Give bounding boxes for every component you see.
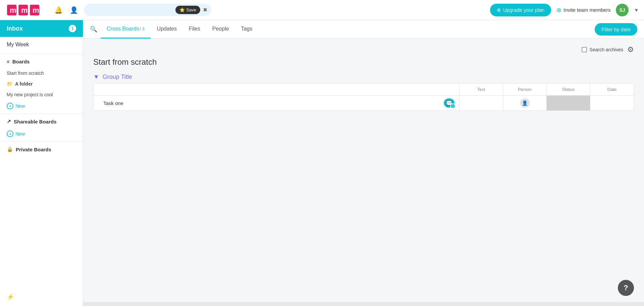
- topbar-right: ⊕ Upgrade your plan ⊕ Invite team member…: [490, 4, 639, 16]
- table-header-row: Text Person Status Date: [94, 84, 634, 96]
- topbar-icons: 🔔 👤: [52, 4, 80, 16]
- sidebar-item-my-new-project[interactable]: My new project is cool: [0, 89, 83, 100]
- cell-status[interactable]: [546, 96, 590, 110]
- col-header-status: Status: [546, 84, 590, 95]
- upgrade-icon: ⊕: [497, 7, 501, 13]
- sidebar-item-start-from-scratch[interactable]: Start from scratch: [0, 68, 83, 79]
- new-shareable-plus-icon: +: [7, 131, 13, 137]
- inbox-badge: 1: [69, 25, 76, 32]
- sidebar-section-boards[interactable]: ≡ Boards: [0, 55, 83, 68]
- tab-files[interactable]: Files: [183, 20, 206, 39]
- avatar-dropdown-button[interactable]: ▼: [634, 7, 639, 13]
- divider-3: [0, 141, 83, 142]
- tab-tags[interactable]: Tags: [235, 20, 259, 39]
- shareable-icon: ↗: [7, 118, 11, 124]
- cell-text[interactable]: [459, 96, 503, 110]
- profile-button[interactable]: 👤: [68, 4, 80, 16]
- invite-plus-icon: ⊕: [556, 6, 561, 14]
- content-area: 🔍 Cross Boards / 1 Updates Files People …: [83, 20, 644, 306]
- sidebar-inbox[interactable]: Inbox 1: [0, 20, 83, 37]
- invite-button[interactable]: ⊕ Invite team members: [556, 6, 610, 14]
- sidebar: Inbox 1 My Week ≡ Boards Start from scra…: [0, 20, 83, 306]
- chat-icon[interactable]: 💬 2: [444, 98, 454, 108]
- table-row: Task one 💬 2 👤: [94, 96, 634, 110]
- save-button[interactable]: ⭐ Save: [175, 6, 200, 14]
- close-search-button[interactable]: ✖: [203, 7, 207, 13]
- sidebar-section-private[interactable]: 🔒 Private Boards: [0, 143, 83, 156]
- main-layout: Inbox 1 My Week ≡ Boards Start from scra…: [0, 20, 644, 306]
- settings-gear-icon[interactable]: ⚙: [627, 45, 634, 54]
- filter-date-button[interactable]: Filter by date: [595, 23, 637, 36]
- tab-cross-boards[interactable]: Cross Boards / 1: [101, 20, 151, 39]
- folder-icon: 📁: [7, 81, 12, 87]
- sidebar-item-a-folder[interactable]: 📁 A folder: [0, 79, 83, 89]
- search-archives-checkbox[interactable]: [582, 47, 587, 52]
- help-button[interactable]: ?: [618, 280, 634, 296]
- board-title: Start from scratch: [93, 57, 634, 67]
- sidebar-section-shareable[interactable]: ↗ Shareable Boards: [0, 115, 83, 128]
- search-bar: task one ⭐ Save ✖: [84, 4, 211, 16]
- tab-search-icon[interactable]: 🔍: [90, 26, 97, 33]
- status-cell-value: [547, 96, 590, 110]
- group-header: ▼ Group Title: [93, 73, 634, 81]
- svg-text:m: m: [21, 6, 28, 14]
- cell-person[interactable]: 👤: [503, 96, 546, 110]
- col-main-header: [94, 84, 459, 95]
- boards-menu-icon: ≡: [7, 59, 10, 64]
- sidebar-item-my-week[interactable]: My Week: [0, 37, 83, 52]
- search-archives-label[interactable]: Search archives: [582, 47, 623, 52]
- task-name[interactable]: Task one: [103, 100, 440, 106]
- lightning-icon: ⚡: [7, 293, 14, 301]
- divider-2: [0, 113, 83, 114]
- board-top-actions: Search archives ⚙: [93, 45, 634, 54]
- new-board-plus-icon: +: [7, 103, 13, 109]
- notifications-button[interactable]: 🔔: [52, 4, 64, 16]
- tabs-right: Filter by date: [595, 23, 637, 36]
- upgrade-button[interactable]: ⊕ Upgrade your plan: [490, 4, 551, 16]
- row-main-task-one: Task one 💬 2: [94, 96, 459, 110]
- logo: m m m: [5, 2, 46, 18]
- chat-bubble: 💬 2: [444, 98, 454, 108]
- group-collapse-icon[interactable]: ▼: [93, 73, 99, 81]
- person-avatar: 👤: [520, 98, 530, 108]
- board-content: Search archives ⚙ Start from scratch ▼ G…: [83, 39, 644, 302]
- col-header-person: Person: [503, 84, 546, 95]
- star-icon: ⭐: [179, 7, 185, 12]
- svg-text:m: m: [33, 6, 39, 14]
- divider-1: [0, 54, 83, 54]
- col-header-date: Date: [590, 84, 634, 95]
- sidebar-bottom: ⚡: [0, 288, 83, 306]
- topbar: m m m 🔔 👤 task one ⭐ Save ✖ ⊕ Upgrade yo…: [0, 0, 644, 20]
- col-header-text: Text: [459, 84, 503, 95]
- tabs-bar: 🔍 Cross Boards / 1 Updates Files People …: [83, 20, 644, 39]
- tab-updates[interactable]: Updates: [151, 20, 183, 39]
- lock-icon: 🔒: [7, 146, 13, 152]
- search-input[interactable]: task one: [88, 7, 173, 13]
- new-board-button[interactable]: + New: [0, 100, 83, 112]
- tab-people[interactable]: People: [206, 20, 235, 39]
- new-shareable-button[interactable]: + New: [0, 128, 83, 140]
- chat-count-badge: 2: [450, 103, 455, 109]
- bottom-scrollbar: [83, 302, 644, 306]
- avatar[interactable]: SJ: [616, 4, 629, 16]
- group-title[interactable]: Group Title: [103, 73, 132, 81]
- cell-date[interactable]: [590, 96, 634, 110]
- svg-text:m: m: [10, 6, 16, 14]
- board-table: Text Person Status Date Task one 💬 2: [93, 83, 634, 111]
